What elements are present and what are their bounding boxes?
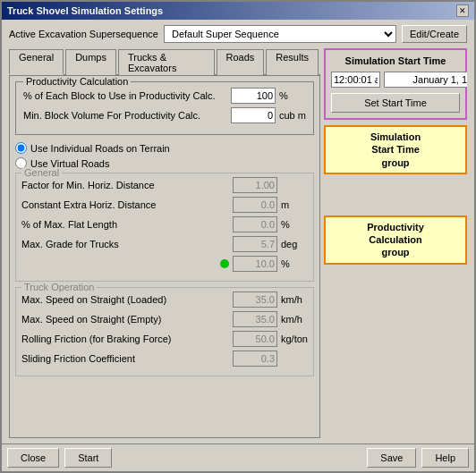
productivity-group-title: Productivity Calculation	[23, 76, 131, 87]
truck-unit-0: km/h	[281, 294, 308, 305]
help-button[interactable]: Help	[421, 448, 469, 468]
truck-row-2: Rolling Friction (for Braking Force) kg/…	[21, 331, 308, 347]
percent-full-row: %	[21, 256, 308, 272]
general-unit-1: m	[281, 199, 308, 210]
general-subgroup: General Factor for Min. Horiz. Distance …	[15, 173, 314, 282]
annotation-simulation-text: SimulationStart Timegroup	[370, 131, 421, 168]
truck-row-1: Max. Speed on Straight (Empty) km/h	[21, 311, 308, 327]
productivity-input-1[interactable]	[231, 107, 276, 123]
supersequence-row: Active Excavation Supersequence Default …	[9, 25, 467, 43]
annotation-productivity: ProductivityCalculationgroup	[324, 215, 467, 265]
window-title: Truck Shovel Simulation Settings	[7, 5, 163, 16]
truck-unit-1: km/h	[281, 314, 308, 325]
save-button[interactable]: Save	[367, 448, 416, 468]
time-row	[331, 72, 460, 88]
truck-label-1: Max. Speed on Straight (Empty)	[21, 314, 229, 325]
general-input-0[interactable]	[233, 177, 277, 193]
tab-trucks-excavators[interactable]: Trucks & Excavators	[118, 49, 215, 75]
truck-operation-subgroup-title: Truck Operation	[21, 282, 97, 292]
set-start-time-button[interactable]: Set Start Time	[331, 93, 460, 113]
truck-unit-2: kg/ton	[281, 334, 308, 344]
productivity-label-0: % of Each Block to Use in Productivity C…	[23, 90, 227, 101]
truck-input-0[interactable]	[233, 291, 277, 308]
window-close-button[interactable]: ✕	[456, 4, 469, 17]
productivity-row-0: % of Each Block to Use in Productivity C…	[23, 88, 306, 104]
productivity-row-1: Min. Block Volume For Productivity Calc.…	[23, 107, 306, 123]
general-subgroup-title: General	[21, 167, 62, 178]
truck-input-2[interactable]	[233, 331, 277, 347]
truck-input-3[interactable]	[233, 351, 277, 367]
general-input-2[interactable]	[233, 216, 277, 232]
tabs-container: General Dumps Trucks & Excavators Roads …	[9, 48, 467, 438]
radio-individual-roads: Use Individual Roads on Terrain	[15, 142, 314, 154]
general-unit-2: %	[281, 219, 308, 230]
supersequence-label: Active Excavation Supersequence	[9, 29, 158, 39]
start-button[interactable]: Start	[64, 448, 112, 468]
title-bar-left: Truck Shovel Simulation Settings	[7, 5, 163, 16]
bottom-left: Close Start	[7, 448, 112, 468]
tab-general[interactable]: General	[9, 49, 64, 75]
general-unit-3: deg	[281, 239, 308, 249]
general-row-2: % of Max. Flat Length %	[21, 216, 308, 232]
left-panel: General Dumps Trucks & Excavators Roads …	[9, 48, 320, 438]
general-unit-percent: %	[281, 258, 308, 269]
simulation-start-time-group: Simulation Start Time Set Start Time	[324, 48, 467, 120]
annotation-productivity-text: ProductivityCalculationgroup	[367, 222, 424, 258]
tab-dumps[interactable]: Dumps	[65, 49, 116, 75]
simulation-start-time-title: Simulation Start Time	[331, 55, 460, 66]
productivity-unit-1: cub m	[279, 110, 306, 121]
radio-individual-roads-input[interactable]	[15, 142, 27, 154]
green-indicator-icon	[220, 259, 229, 268]
truck-label-0: Max. Speed on Straight (Loaded)	[21, 294, 229, 305]
truck-input-1[interactable]	[233, 311, 277, 327]
bottom-bar: Close Start Save Help	[2, 443, 474, 471]
panel-content: Productivity Calculation % of Each Block…	[9, 76, 320, 438]
truck-row-3: Sliding Friction Coefficient	[21, 351, 308, 367]
tab-roads[interactable]: Roads	[217, 49, 265, 75]
radio-individual-roads-label: Use Individual Roads on Terrain	[30, 143, 170, 154]
general-label-3: Max. Grade for Trucks	[21, 239, 229, 249]
date-input[interactable]	[384, 72, 467, 88]
close-button[interactable]: Close	[7, 448, 59, 468]
general-input-3[interactable]	[233, 236, 277, 252]
supersequence-select[interactable]: Default Super Sequence	[164, 25, 396, 43]
main-window: Truck Shovel Simulation Settings ✕ Activ…	[0, 0, 476, 473]
title-bar: Truck Shovel Simulation Settings ✕	[2, 2, 474, 20]
general-label-0: Factor for Min. Horiz. Distance	[21, 180, 229, 190]
general-row-0: Factor for Min. Horiz. Distance	[21, 177, 308, 193]
truck-operation-subgroup: Truck Operation Max. Speed on Straight (…	[15, 287, 314, 376]
productivity-unit-0: %	[279, 90, 306, 101]
general-label-1: Constant Extra Horiz. Distance	[21, 199, 229, 210]
time-input[interactable]	[331, 72, 380, 88]
truck-row-0: Max. Speed on Straight (Loaded) km/h	[21, 291, 308, 308]
general-input-1[interactable]	[233, 197, 277, 213]
tab-bar: General Dumps Trucks & Excavators Roads …	[9, 48, 320, 76]
productivity-label-1: Min. Block Volume For Productivity Calc.	[23, 110, 227, 121]
right-panel: Simulation Start Time Set Start Time Sim…	[324, 48, 467, 438]
window-content: Active Excavation Supersequence Default …	[2, 20, 474, 443]
general-row-1: Constant Extra Horiz. Distance m	[21, 197, 308, 213]
bottom-right: Save Help	[367, 448, 469, 468]
productivity-input-0[interactable]	[231, 88, 276, 104]
truck-label-2: Rolling Friction (for Braking Force)	[21, 334, 229, 344]
edit-create-button[interactable]: Edit/Create	[402, 25, 467, 43]
general-input-percent[interactable]	[233, 256, 277, 272]
productivity-group: Productivity Calculation % of Each Block…	[15, 81, 314, 135]
truck-label-3: Sliding Friction Coefficient	[21, 353, 229, 364]
tab-results[interactable]: Results	[266, 49, 319, 75]
general-label-2: % of Max. Flat Length	[21, 219, 229, 230]
general-row-3: Max. Grade for Trucks deg	[21, 236, 308, 252]
annotation-simulation: SimulationStart Timegroup	[324, 125, 467, 174]
